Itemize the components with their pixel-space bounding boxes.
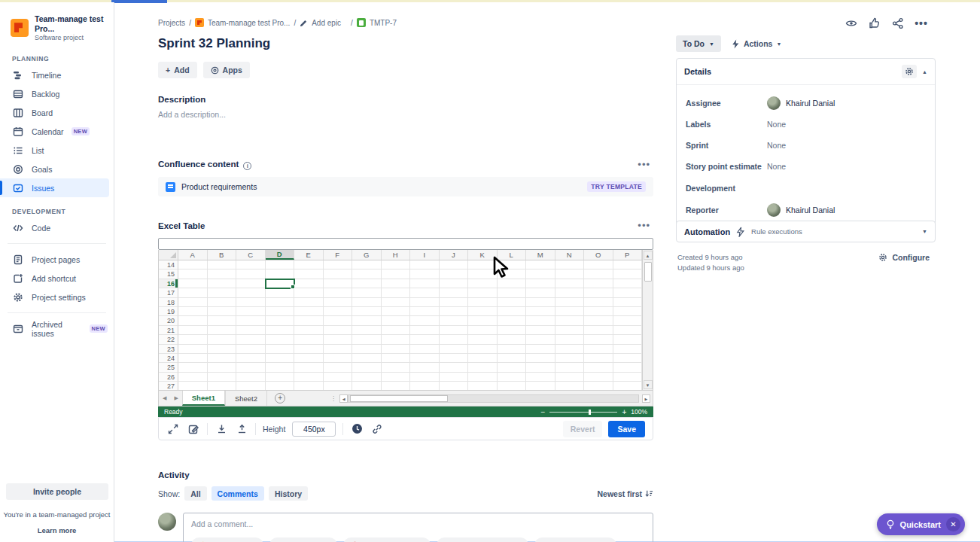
row-header-22[interactable]: 22 <box>159 335 178 344</box>
cell-D24[interactable] <box>266 354 295 363</box>
scroll-up-icon[interactable]: ▲ <box>644 251 653 260</box>
cell-G17[interactable] <box>352 288 382 297</box>
formula-bar-input[interactable] <box>158 238 653 250</box>
cell-K17[interactable] <box>468 288 498 297</box>
cell-D20[interactable] <box>266 316 295 325</box>
cell-J18[interactable] <box>440 298 469 307</box>
cell-J17[interactable] <box>440 288 469 297</box>
sidebar-item-project-settings[interactable]: Project settings <box>0 288 114 306</box>
cell-P18[interactable] <box>613 298 643 307</box>
column-header-P[interactable]: P <box>613 250 643 260</box>
cell-N16[interactable] <box>555 279 585 288</box>
row-header-17[interactable]: 17 <box>159 288 178 297</box>
cell-D18[interactable] <box>266 298 295 307</box>
project-header[interactable]: Team-manage test Pro... Software project <box>0 2 114 49</box>
column-header-C[interactable]: C <box>236 250 266 260</box>
cell-G27[interactable] <box>352 382 382 390</box>
cell-F16[interactable] <box>324 279 353 288</box>
add-sheet-icon[interactable]: + <box>275 393 285 403</box>
cell-A16[interactable] <box>178 279 208 288</box>
sidebar-item-calendar[interactable]: Calendar NEW <box>0 122 114 141</box>
cell-J22[interactable] <box>440 335 469 344</box>
cell-E25[interactable] <box>294 363 324 372</box>
quickstart-button[interactable]: Quickstart ✕ <box>877 513 965 535</box>
details-settings-gear-icon[interactable] <box>902 65 917 78</box>
more-actions-icon[interactable]: ••• <box>913 15 930 32</box>
cell-I18[interactable] <box>410 298 440 307</box>
horizontal-scroll-thumb[interactable] <box>350 395 448 402</box>
cell-E23[interactable] <box>294 345 324 354</box>
cell-H24[interactable] <box>382 354 411 363</box>
cell-P22[interactable] <box>613 335 643 344</box>
cell-I15[interactable] <box>410 269 440 279</box>
cell-A23[interactable] <box>178 345 208 354</box>
row-header-20[interactable]: 20 <box>159 316 178 325</box>
cell-E17[interactable] <box>294 288 324 297</box>
row-header-16[interactable]: 16 <box>159 279 178 288</box>
column-header-L[interactable]: L <box>498 250 527 260</box>
cell-K24[interactable] <box>468 354 498 363</box>
filter-all-button[interactable]: All <box>184 486 206 501</box>
share-icon[interactable] <box>890 15 906 32</box>
cell-H15[interactable] <box>382 269 411 279</box>
cell-K27[interactable] <box>468 382 498 390</box>
cell-P20[interactable] <box>613 316 643 325</box>
cell-D16[interactable] <box>266 279 295 288</box>
excel-more-button[interactable]: ••• <box>635 220 653 231</box>
zoom-out-icon[interactable]: − <box>541 408 546 416</box>
try-template-badge[interactable]: TRY TEMPLATE <box>587 181 646 192</box>
cell-H14[interactable] <box>382 260 411 269</box>
cell-L18[interactable] <box>498 298 527 307</box>
cell-B16[interactable] <box>208 279 237 288</box>
breadcrumb-project[interactable]: Team-manage test Pro... <box>208 19 291 27</box>
splitter-grip-icon[interactable]: ⋮ <box>330 395 336 402</box>
sheet-nav-right-icon[interactable]: ▶ <box>170 395 181 401</box>
cell-M27[interactable] <box>526 382 555 390</box>
cell-O17[interactable] <box>584 288 613 297</box>
cell-O23[interactable] <box>584 345 613 354</box>
cell-E26[interactable] <box>294 373 324 382</box>
quickstart-close-icon[interactable]: ✕ <box>946 517 960 531</box>
cell-C20[interactable] <box>236 316 266 325</box>
sidebar-item-add-shortcut[interactable]: Add shortcut <box>0 269 114 288</box>
cell-H17[interactable] <box>382 288 411 297</box>
cell-A21[interactable] <box>178 326 208 335</box>
cell-K23[interactable] <box>468 345 498 354</box>
column-header-K[interactable]: K <box>468 250 498 260</box>
field-value[interactable]: None <box>767 162 786 171</box>
cell-M19[interactable] <box>526 307 555 316</box>
cell-D22[interactable] <box>266 335 295 344</box>
sidebar-item-project-pages[interactable]: Project pages <box>0 250 114 269</box>
cell-A27[interactable] <box>178 382 208 390</box>
cell-L25[interactable] <box>498 363 527 372</box>
cell-B25[interactable] <box>208 363 237 372</box>
cell-C25[interactable] <box>236 363 266 372</box>
row-header-19[interactable]: 19 <box>159 307 178 316</box>
cell-E16[interactable] <box>294 279 324 288</box>
column-header-N[interactable]: N <box>555 250 585 260</box>
column-header-D[interactable]: D <box>266 250 295 260</box>
cell-K14[interactable] <box>468 260 498 269</box>
filter-history-button[interactable]: History <box>269 486 308 501</box>
cell-M21[interactable] <box>526 326 555 335</box>
cell-P26[interactable] <box>613 373 643 382</box>
cell-C14[interactable] <box>236 260 266 269</box>
cell-C26[interactable] <box>236 373 266 382</box>
cell-M17[interactable] <box>526 288 555 297</box>
cell-E27[interactable] <box>294 382 324 390</box>
cell-E21[interactable] <box>294 326 324 335</box>
cell-A25[interactable] <box>178 363 208 372</box>
cell-G21[interactable] <box>352 326 382 335</box>
cell-I21[interactable] <box>410 326 440 335</box>
cell-F21[interactable] <box>324 326 353 335</box>
cell-A22[interactable] <box>178 335 208 344</box>
cell-N24[interactable] <box>555 354 585 363</box>
cell-J23[interactable] <box>440 345 469 354</box>
cell-E22[interactable] <box>294 335 324 344</box>
cell-D25[interactable] <box>266 363 295 372</box>
cell-M23[interactable] <box>526 345 555 354</box>
cell-J16[interactable] <box>440 279 469 288</box>
scroll-down-icon[interactable]: ▼ <box>644 380 653 389</box>
cell-P21[interactable] <box>613 326 643 335</box>
cell-K22[interactable] <box>468 335 498 344</box>
